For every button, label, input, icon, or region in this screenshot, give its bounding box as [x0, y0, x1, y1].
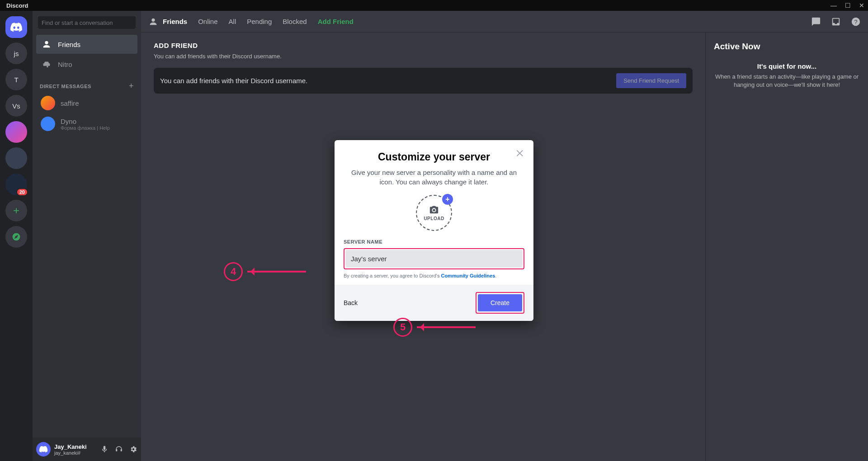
modal-title: Customize your server: [344, 151, 524, 163]
add-friend-input[interactable]: You can add friends with their Discord u…: [160, 77, 611, 85]
upload-icon-zone[interactable]: + UPLOAD: [416, 195, 452, 231]
sidebar-item-label: Friends: [58, 41, 80, 48]
friends-icon: [42, 39, 52, 49]
create-button[interactable]: Create: [478, 294, 522, 311]
camera-icon: [429, 205, 439, 215]
window-controls: — ☐ ✕: [830, 2, 864, 9]
send-request-button[interactable]: Send Friend Request: [616, 73, 686, 88]
dm-header-label: DIRECT MESSAGES: [40, 84, 91, 89]
friends-icon: [148, 17, 158, 27]
sidebar-item-friends[interactable]: Friends: [36, 35, 137, 54]
user-name: Jay_Kaneki: [54, 443, 87, 450]
tab-all[interactable]: All: [229, 18, 236, 25]
plus-icon: +: [442, 194, 453, 205]
friends-label: Friends: [163, 18, 187, 25]
active-now-desc: When a friend starts an activity—like pl…: [714, 73, 860, 89]
inbox-icon[interactable]: [831, 17, 841, 27]
headphones-icon[interactable]: [115, 445, 123, 453]
close-window-icon[interactable]: ✕: [859, 2, 864, 9]
agreement-text: By creating a server, you agree to Disco…: [344, 273, 524, 278]
modal-footer: Back Create: [335, 285, 533, 321]
add-friend-input-row: You can add friends with their Discord u…: [154, 68, 693, 94]
top-bar: Friends Online All Pending Blocked Add F…: [141, 11, 868, 33]
agree-suffix: .: [495, 273, 496, 278]
help-icon[interactable]: ?: [851, 17, 861, 27]
server-name-highlight: [344, 248, 524, 269]
minimize-icon[interactable]: —: [830, 2, 837, 9]
server-pill[interactable]: [5, 121, 27, 143]
app-name: Discord: [4, 2, 28, 9]
server-pill[interactable]: js: [5, 42, 27, 64]
sidebar-item-label: Nitro: [58, 61, 72, 68]
create-dm-button[interactable]: +: [129, 81, 134, 91]
user-panel: Jay_Kaneki jay_kaneki#: [33, 437, 141, 461]
discord-logo-icon: [10, 21, 23, 33]
unread-badge: 20: [16, 188, 28, 196]
home-button[interactable]: [5, 16, 27, 38]
settings-icon[interactable]: [129, 445, 137, 453]
dm-name: Dyno: [61, 118, 110, 125]
active-now-panel: Active Now It's quiet for now... When a …: [705, 33, 868, 461]
mic-icon[interactable]: [100, 445, 108, 453]
create-button-highlight: Create: [476, 292, 524, 314]
dm-activity: Форма флажка | Help: [61, 125, 110, 131]
tab-add-friend[interactable]: Add Friend: [318, 18, 354, 25]
customize-server-modal: Customize your server Give your new serv…: [335, 140, 533, 321]
user-avatar[interactable]: [36, 442, 51, 456]
server-pill[interactable]: [5, 147, 27, 169]
modal-subtitle: Give your new server a personality with …: [344, 168, 524, 187]
back-button[interactable]: Back: [344, 299, 358, 306]
channel-sidebar: Find or start a conversation Friends Nit…: [33, 11, 141, 461]
dm-header: DIRECT MESSAGES +: [33, 74, 141, 93]
add-server-button[interactable]: +: [5, 200, 27, 221]
dm-name: saffire: [61, 99, 79, 107]
tab-pending[interactable]: Pending: [247, 18, 272, 25]
nitro-icon: [42, 59, 52, 69]
annotation-number: 4: [224, 262, 243, 281]
server-pill[interactable]: Vs: [5, 95, 27, 117]
avatar: [41, 117, 55, 131]
svg-text:?: ?: [854, 18, 857, 25]
window-titlebar: Discord — ☐ ✕: [0, 0, 868, 11]
server-rail: js T Vs 20 +: [0, 11, 33, 461]
active-now-quiet: It's quiet for now...: [714, 62, 860, 70]
tab-online[interactable]: Online: [198, 18, 217, 25]
explore-servers-button[interactable]: [5, 226, 27, 248]
user-tag: jay_kaneki#: [54, 450, 87, 456]
compass-icon: [12, 232, 21, 241]
dm-item[interactable]: Dyno Форма флажка | Help: [36, 114, 137, 134]
conversation-search[interactable]: Find or start a conversation: [38, 16, 136, 29]
upload-label: UPLOAD: [424, 216, 444, 221]
add-friend-title: ADD FRIEND: [154, 42, 693, 49]
avatar: [41, 96, 55, 110]
annotation-step-4: 4: [224, 262, 306, 281]
dm-item[interactable]: saffire: [36, 93, 137, 113]
new-dm-icon[interactable]: [811, 17, 821, 27]
add-friend-subtitle: You can add friends with their Discord u…: [154, 53, 693, 60]
arrow-icon: [417, 326, 476, 328]
arrow-icon: [247, 271, 306, 273]
maximize-icon[interactable]: ☐: [845, 2, 851, 9]
annotation-number: 5: [393, 318, 412, 337]
active-now-title: Active Now: [714, 42, 860, 52]
tab-blocked[interactable]: Blocked: [283, 18, 307, 25]
sidebar-item-nitro[interactable]: Nitro: [36, 55, 137, 74]
server-name-input[interactable]: [345, 250, 523, 268]
server-pill[interactable]: T: [5, 69, 27, 90]
agree-prefix: By creating a server, you agree to Disco…: [344, 273, 441, 278]
server-name-label: SERVER NAME: [344, 239, 524, 245]
close-icon: [515, 148, 525, 158]
community-guidelines-link[interactable]: Community Guidelines: [441, 273, 495, 278]
friends-heading: Friends: [148, 17, 187, 27]
annotation-step-5: 5: [393, 318, 476, 337]
close-modal-button[interactable]: [515, 148, 525, 160]
discord-logo-icon: [39, 445, 48, 454]
